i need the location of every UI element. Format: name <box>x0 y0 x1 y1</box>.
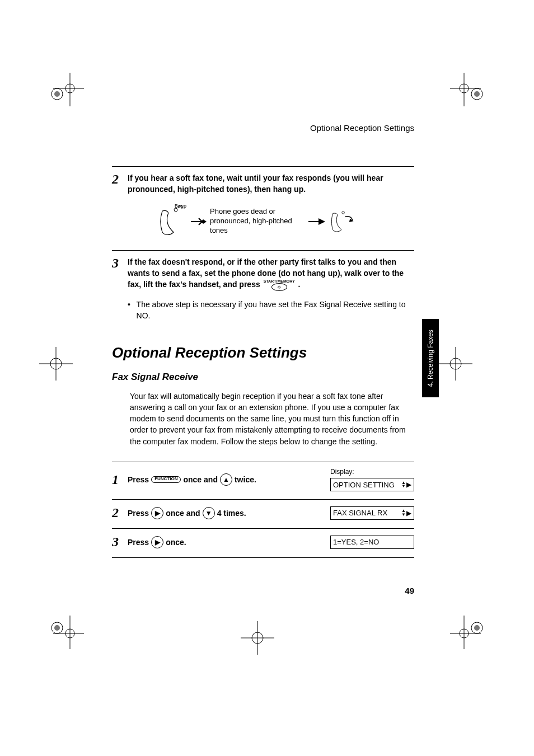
arrow-right-icon <box>190 216 207 227</box>
svg-point-25 <box>474 625 480 631</box>
start-memory-button-icon: START/MEMORY ◇ <box>264 279 295 291</box>
section-subheading: Fax Signal Receive <box>112 372 414 383</box>
right-button-icon: ▶ <box>151 536 163 548</box>
lcd-arrows-icon: ▲▼▶ <box>401 509 411 517</box>
chapter-tab: 4. Receiving Faxes <box>422 319 439 397</box>
step-instruction: Press ▶ once. <box>128 536 330 548</box>
registration-mark-icon <box>50 73 84 106</box>
step-2: 2 If you hear a soft fax tone, wait unti… <box>112 166 414 240</box>
instr-word: once and <box>166 509 200 518</box>
instr-word: Press <box>128 538 149 547</box>
svg-point-1 <box>54 91 60 97</box>
procedure-step-1: 1 Press FUNCTION once and ▲ twice. Displ… <box>112 462 414 499</box>
step-number: 3 <box>112 534 128 550</box>
procedure-step-2: 2 Press ▶ once and ▼ 4 times. FAX SIGNAL… <box>112 499 414 528</box>
registration-mark-icon <box>439 347 472 381</box>
step-instruction: Press FUNCTION once and ▲ twice. <box>128 473 330 486</box>
procedure-table: 1 Press FUNCTION once and ▲ twice. Displ… <box>112 462 414 558</box>
phone-hangup-icon <box>329 205 354 238</box>
diagram-caption: Phone goes dead or pronounced, high-pitc… <box>210 207 305 236</box>
function-button-icon: FUNCTION <box>151 476 181 483</box>
instr-word: once. <box>166 538 186 547</box>
lcd-display: OPTION SETTING ▲▼▶ <box>330 478 414 491</box>
running-header: Optional Reception Settings <box>112 123 414 133</box>
arrow-right-icon <box>308 216 325 227</box>
step-number: 1 <box>112 472 128 487</box>
registration-mark-icon <box>450 73 484 106</box>
svg-point-30 <box>342 211 345 214</box>
registration-mark-icon <box>50 616 84 649</box>
step-bullet: • The above step is necessary if you hav… <box>128 299 414 322</box>
bullet-text: The above step is necessary if you have … <box>137 299 414 322</box>
instr-word: once and <box>183 475 217 484</box>
step-3: 3 If the fax doesn't respond, or if the … <box>112 250 414 322</box>
phone-diagram: Beep Phone goes dead or pronounced, high… <box>157 203 414 240</box>
step-text-b: . <box>298 280 301 289</box>
up-button-icon: ▲ <box>220 473 232 486</box>
chapter-tab-label: 4. Receiving Faxes <box>427 330 434 387</box>
step-text: If the fax doesn't respond, or if the ot… <box>128 256 414 291</box>
page-number: 49 <box>112 586 414 595</box>
svg-point-6 <box>474 91 480 97</box>
step-instruction: Press ▶ once and ▼ 4 times. <box>128 507 330 519</box>
lcd-arrows-icon: ▲▼▶ <box>401 481 411 489</box>
registration-mark-icon <box>39 347 73 381</box>
bullet-dot: • <box>128 299 137 322</box>
instr-word: Press <box>128 509 149 518</box>
step-text: If you hear a soft fax tone, wait until … <box>128 172 414 195</box>
lcd-text: FAX SIGNAL RX <box>333 509 387 517</box>
section-paragraph: Your fax will automatically begin recept… <box>130 391 414 447</box>
step-number: 3 <box>112 256 128 270</box>
phone-listening-icon <box>157 205 182 238</box>
step-number: 2 <box>112 172 128 186</box>
lcd-text: OPTION SETTING <box>333 481 395 489</box>
lcd-display: 1=YES, 2=NO <box>330 536 414 549</box>
instr-word: Press <box>128 475 149 484</box>
section-heading: Optional Reception Settings <box>112 344 414 361</box>
lcd-display: FAX SIGNAL RX ▲▼▶ <box>330 506 414 520</box>
instr-word: twice. <box>235 475 256 484</box>
start-memory-label: START/MEMORY <box>264 279 295 283</box>
down-button-icon: ▼ <box>203 507 215 519</box>
svg-point-17 <box>54 625 60 631</box>
right-button-icon: ▶ <box>151 507 163 519</box>
registration-mark-icon <box>450 616 484 649</box>
step-number: 2 <box>112 505 128 520</box>
display-label: Display: <box>330 468 414 476</box>
lcd-text: 1=YES, 2=NO <box>333 538 379 546</box>
svg-point-29 <box>174 208 177 212</box>
instr-word: 4 times. <box>217 509 246 518</box>
registration-mark-icon <box>241 621 274 655</box>
procedure-step-3: 3 Press ▶ once. 1=YES, 2=NO <box>112 528 414 557</box>
